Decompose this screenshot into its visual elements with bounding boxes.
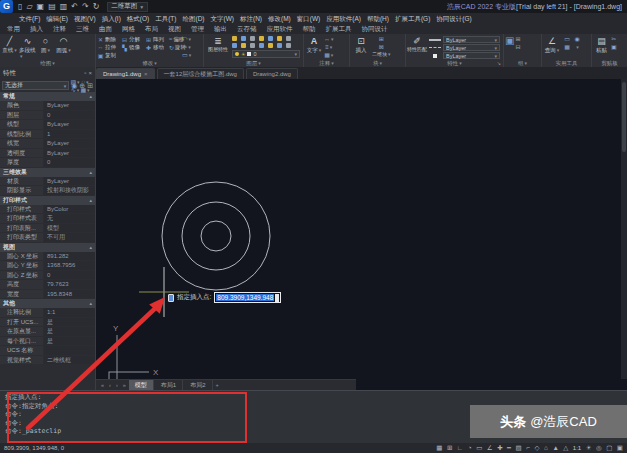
prev-layout-icon[interactable]: ‹ xyxy=(107,382,113,388)
leader-tool-icon[interactable]: ≡ xyxy=(324,43,334,51)
grid-icon[interactable]: ⊞ xyxy=(447,443,452,453)
doc-tab-drawing2[interactable]: Drawing2.dwg xyxy=(246,68,298,79)
linetype-select[interactable]: ByLayer▾ xyxy=(443,44,500,51)
property-row[interactable]: 高度 79.7623 xyxy=(0,280,95,290)
ribbon-tab[interactable]: 三维 xyxy=(71,24,94,34)
move-tool[interactable]: ✚ 移动 xyxy=(145,43,169,51)
app-logo[interactable]: G xyxy=(0,0,13,13)
doc-tab-drawing1[interactable]: Drawing1.dwg × xyxy=(96,68,155,79)
draw-group-label[interactable]: 绘图 xyxy=(40,60,55,67)
layer-tool-icon[interactable] xyxy=(259,36,264,41)
quick-calc-icon[interactable]: ◉ xyxy=(572,35,582,43)
property-row[interactable]: 线宽 ByLayer xyxy=(0,139,95,149)
ribbon-tab[interactable]: 注释 xyxy=(48,24,71,34)
doc-tab-project[interactable]: 一套12层综合楼施工图.dwg xyxy=(157,68,244,79)
point-tool-icon[interactable]: ◌ xyxy=(80,78,90,86)
layer-tool-icon[interactable] xyxy=(250,36,255,41)
osnap-icon[interactable]: ▭ xyxy=(476,443,482,453)
property-row[interactable]: 圆心 Y 坐标 1368.7956 xyxy=(0,261,95,271)
layers-group-label[interactable]: 图层 xyxy=(246,60,261,67)
menu-item[interactable]: 修改(M) xyxy=(265,13,294,24)
scrollbar-thumb[interactable] xyxy=(622,82,626,152)
annotation-visibility-icon[interactable]: ▲ xyxy=(552,443,558,453)
last-layout-icon[interactable]: » xyxy=(121,382,128,388)
menu-item[interactable]: 文件(F) xyxy=(16,13,43,24)
ribbon-tab[interactable]: 云存储 xyxy=(232,24,262,34)
menu-item[interactable]: 窗口(W) xyxy=(294,13,323,24)
auto-hide-icon[interactable]: ▫ xyxy=(84,70,86,76)
text-button[interactable]: A 文字 xyxy=(305,35,323,54)
save-icon[interactable]: ▣ xyxy=(37,0,45,13)
property-row[interactable]: 打印表类型 不可用 xyxy=(0,233,95,243)
ribbon-tab[interactable]: 协同设计 xyxy=(357,24,393,34)
property-row[interactable]: 圆心 X 坐标 891.282 xyxy=(0,252,95,262)
property-row[interactable]: 打开 UCS... 是 xyxy=(0,318,95,328)
table-tool-icon[interactable]: ▦ xyxy=(324,51,334,59)
trim-tool-icon[interactable]: ✂ xyxy=(182,43,191,51)
property-row[interactable]: 线型比例 1 xyxy=(0,130,95,140)
save-as-icon[interactable]: ▤ xyxy=(48,0,56,13)
block2d-button[interactable]: 二维块 xyxy=(372,51,391,57)
layer-tool-icon[interactable] xyxy=(232,43,237,48)
measure-button[interactable]: ∠ 查询 xyxy=(543,35,561,54)
ungroup-icon[interactable]: ⊞ xyxy=(515,35,520,43)
cut-icon[interactable]: ✂ xyxy=(611,35,617,43)
print-icon[interactable]: ▥ xyxy=(60,0,68,13)
refresh-icon[interactable]: ↻ xyxy=(93,0,100,13)
ribbon-tab[interactable]: 曲面 xyxy=(94,24,117,34)
property-row[interactable]: 圆心 Z 坐标 0 xyxy=(0,271,95,281)
workspace-switch-icon[interactable]: ☀ xyxy=(586,443,592,453)
section-misc[interactable]: 其他 xyxy=(0,299,95,308)
offset-tool[interactable]: ≈ 偏移 xyxy=(169,35,181,43)
workspace-dropdown[interactable]: 二维草图 ▼ xyxy=(107,2,148,12)
menu-item[interactable]: 绘图(D) xyxy=(180,13,208,24)
layer-select[interactable]: ☀ 0 ▾ xyxy=(232,50,300,58)
section-view[interactable]: 视图 xyxy=(0,243,95,252)
close-tab-icon[interactable]: × xyxy=(144,71,148,77)
polar-tracking-icon[interactable]: ◔ xyxy=(468,443,472,453)
ribbon-tab[interactable]: 扩展工具 xyxy=(321,24,357,34)
ribbon-tab[interactable]: 插入 xyxy=(25,24,48,34)
dynamic-input-icon[interactable]: ✚ xyxy=(497,443,502,453)
property-row[interactable]: 在原点显... 是 xyxy=(0,327,95,337)
menu-item[interactable]: 标注(N) xyxy=(237,13,265,24)
stretch-tool[interactable]: ↔ 拉伸 xyxy=(97,43,121,51)
coordinate-input[interactable]: 809.3909,1349.948 xyxy=(214,292,281,303)
next-layout-icon[interactable]: › xyxy=(114,382,120,388)
3d-osnap-icon[interactable]: ◇ xyxy=(534,443,539,453)
color-select[interactable]: ByLayer▾ xyxy=(443,52,500,59)
arc-tool[interactable]: ◠ 圆弧 xyxy=(55,35,72,54)
property-row[interactable]: 打印样式 ByColor xyxy=(0,205,95,215)
menu-item[interactable]: 帮助(H) xyxy=(364,13,392,24)
property-row[interactable]: 视觉样式 二维线框 xyxy=(0,356,95,366)
group-group-label[interactable]: 组 xyxy=(518,60,527,67)
property-row[interactable]: 颜色 ByLayer xyxy=(0,101,95,111)
ribbon-tab[interactable]: 帮助 xyxy=(298,24,321,34)
menu-item[interactable]: 应用软件(A) xyxy=(323,13,364,24)
annotate-group-label[interactable]: 注释 xyxy=(319,60,334,67)
rotate-tool[interactable]: ↻ 旋转 xyxy=(169,43,181,51)
layer-tool-icon[interactable] xyxy=(277,36,282,41)
annotation-autoscale-icon[interactable]: △ xyxy=(563,443,568,453)
paste-button[interactable]: ▤ 粘贴 xyxy=(593,35,610,53)
modify-group-label[interactable]: 修改 xyxy=(142,60,157,67)
redo-icon[interactable]: ↷ xyxy=(82,0,89,13)
layer-tool-icon[interactable] xyxy=(259,43,264,48)
ribbon-tab[interactable]: 常用 xyxy=(2,24,25,34)
polyline-tool[interactable]: ∿ 多段线 xyxy=(19,35,36,60)
property-row[interactable]: 线型 ByLayer xyxy=(0,120,95,130)
selection-dropdown[interactable]: 无选择 ▾ xyxy=(2,81,69,90)
copy-tool[interactable]: ▣ 复制 xyxy=(97,51,121,59)
layer-tool-icon[interactable] xyxy=(286,43,291,48)
transparency-icon[interactable]: ▨ xyxy=(516,443,522,453)
menu-item[interactable]: 编辑(E) xyxy=(43,13,71,24)
utilities-group-label[interactable]: 实用工具 xyxy=(556,60,578,67)
otrack-icon[interactable]: ∠ xyxy=(487,443,493,453)
isolate-objects-icon[interactable]: ◎ xyxy=(596,443,602,453)
id-point-icon[interactable]: ▭ xyxy=(562,35,572,43)
scale-tool-icon[interactable]: ▭ xyxy=(182,51,191,59)
hatch-tool-icon[interactable]: ▨ xyxy=(70,78,80,86)
layer-tool-icon[interactable] xyxy=(241,43,246,48)
copy-clip-icon[interactable]: ▣ xyxy=(611,43,617,51)
create-block-icon[interactable]: ⊞ xyxy=(379,35,384,43)
